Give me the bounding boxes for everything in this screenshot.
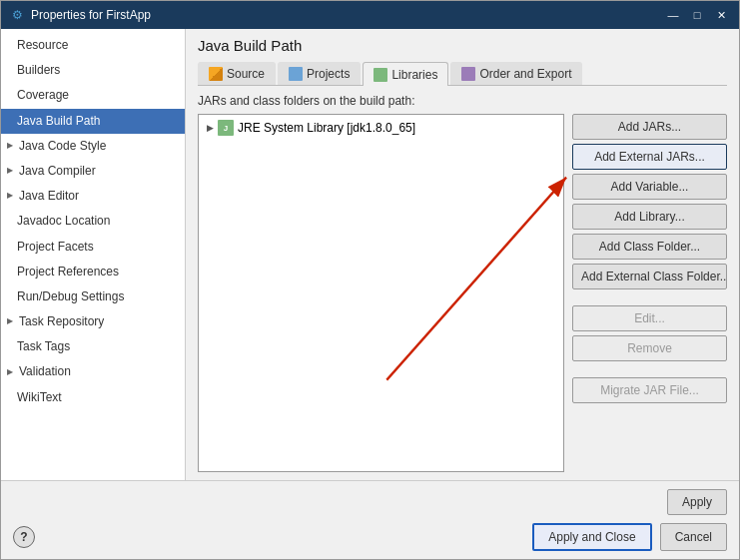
sidebar-label: Project References [17,263,119,281]
window-title: Properties for FirstApp [31,8,663,22]
sidebar-item-java-compiler[interactable]: ▶ Java Compiler [1,159,185,184]
bottom-buttons: Apply and Close Cancel [532,523,727,551]
sidebar-label: WikiText [17,388,62,407]
sidebar-item-project-facets[interactable]: Project Facets [1,235,185,260]
title-bar: ⚙ Properties for FirstApp — □ ✕ [1,1,739,29]
build-path-body: ▶ J JRE System Library [jdk1.8.0_65] Add… [198,114,727,472]
sidebar-item-builders[interactable]: Builders [1,58,185,83]
sidebar-item-java-code-style[interactable]: ▶ Java Code Style [1,134,185,159]
expand-icon: ▶ [7,190,13,203]
bottom-row: ? Apply and Close Cancel [13,523,727,551]
footer: Apply ? Apply and Close Cancel [1,480,739,559]
libraries-tab-icon [373,68,387,82]
sidebar-label: Java Code Style [19,137,106,156]
apply-button[interactable]: Apply [667,489,727,515]
sidebar-label: Builders [17,61,60,80]
tab-projects-label: Projects [307,67,350,81]
main-panel: Java Build Path Source Projects Librarie… [186,29,739,480]
sidebar-label: Run/Debug Settings [17,287,124,306]
tab-source-label: Source [227,67,265,81]
sidebar-label: Validation [19,362,71,381]
list-item-label: JRE System Library [jdk1.8.0_65] [238,121,415,135]
content-area: Resource Builders Coverage Java Build Pa… [1,29,739,480]
expand-icon: ▶ [207,123,214,133]
add-jars-button[interactable]: Add JARs... [572,114,727,140]
cancel-button[interactable]: Cancel [660,523,727,551]
sidebar-item-run-debug-settings[interactable]: Run/Debug Settings [1,284,185,309]
add-variable-button[interactable]: Add Variable... [572,174,727,200]
sidebar-label: Project Facets [17,238,94,257]
expand-icon: ▶ [7,315,13,328]
sidebar-label: Resource [17,36,68,55]
add-class-folder-button[interactable]: Add Class Folder... [572,234,727,260]
tab-libraries-label: Libraries [391,68,437,82]
sidebar-item-resource[interactable]: Resource [1,33,185,58]
sidebar-label: Java Compiler [19,162,96,181]
tabs-bar: Source Projects Libraries Order and Expo… [198,62,727,86]
sidebar-label: Coverage [17,86,69,105]
sidebar-item-javadoc-location[interactable]: Javadoc Location [1,209,185,234]
jre-icon: J [218,120,234,136]
sidebar-label: Javadoc Location [17,212,110,231]
apply-close-button[interactable]: Apply and Close [532,523,651,551]
sidebar-item-task-tags[interactable]: Task Tags [1,334,185,359]
sidebar-label: Java Build Path [17,112,100,131]
add-external-class-folder-button[interactable]: Add External Class Folder... [572,264,727,289]
expand-icon: ▶ [7,165,13,178]
tab-projects[interactable]: Projects [278,62,361,85]
edit-button[interactable]: Edit... [572,305,727,331]
sidebar-label: Task Repository [19,312,104,331]
source-tab-icon [209,67,223,81]
order-tab-icon [461,67,475,81]
tab-order-label: Order and Export [479,67,571,81]
help-button[interactable]: ? [13,526,35,548]
sidebar-label: Task Tags [17,337,70,356]
sidebar-item-wikitext[interactable]: WikiText [1,385,185,410]
properties-window: ⚙ Properties for FirstApp — □ ✕ Resource… [0,0,740,560]
panel-title: Java Build Path [198,37,727,54]
sidebar-label: Java Editor [19,187,79,206]
list-item[interactable]: ▶ J JRE System Library [jdk1.8.0_65] [201,117,561,139]
sidebar-item-validation[interactable]: ▶ Validation [1,359,185,384]
spacer [572,293,727,301]
tab-source[interactable]: Source [198,62,276,85]
projects-tab-icon [289,67,303,81]
sidebar-item-task-repository[interactable]: ▶ Task Repository [1,309,185,334]
add-library-button[interactable]: Add Library... [572,204,727,230]
tab-libraries[interactable]: Libraries [363,62,448,86]
sidebar-item-coverage[interactable]: Coverage [1,83,185,108]
section-description: JARs and class folders on the build path… [198,94,727,108]
sidebar-item-java-editor[interactable]: ▶ Java Editor [1,184,185,209]
sidebar-item-java-build-path[interactable]: Java Build Path [1,109,185,134]
add-external-jars-button[interactable]: Add External JARs... [572,144,727,170]
expand-icon: ▶ [7,140,13,153]
tab-order-export[interactable]: Order and Export [450,62,582,85]
sidebar-item-project-references[interactable]: Project References [1,260,185,284]
window-icon: ⚙ [9,7,25,23]
window-controls: — □ ✕ [663,6,731,24]
close-button[interactable]: ✕ [711,6,731,24]
jars-list[interactable]: ▶ J JRE System Library [jdk1.8.0_65] [198,114,564,472]
maximize-button[interactable]: □ [687,6,707,24]
expand-icon: ▶ [7,366,13,379]
sidebar: Resource Builders Coverage Java Build Pa… [1,29,186,480]
remove-button[interactable]: Remove [572,335,727,361]
minimize-button[interactable]: — [663,6,683,24]
buttons-column: Add JARs... Add External JARs... Add Var… [572,114,727,472]
apply-row: Apply [13,489,727,515]
build-path-content: JARs and class folders on the build path… [198,94,727,472]
migrate-jar-button[interactable]: Migrate JAR File... [572,377,727,403]
spacer [572,365,727,373]
